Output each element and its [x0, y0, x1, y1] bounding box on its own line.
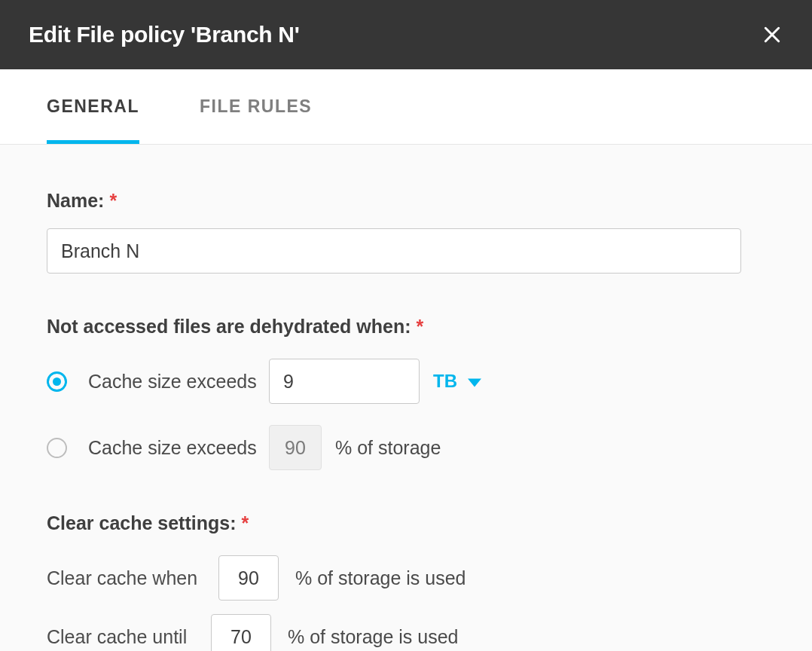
- close-icon[interactable]: [761, 23, 783, 46]
- clear-cache-section: Clear cache settings: * Clear cache when…: [47, 512, 765, 651]
- dehydrate-section: Not accessed files are dehydrated when: …: [47, 316, 765, 470]
- cache-unit-dropdown[interactable]: TB: [433, 371, 481, 392]
- dialog-header: Edit File policy 'Branch N': [0, 0, 812, 69]
- clear-until-label: Clear cache until: [47, 626, 211, 648]
- chevron-down-icon: [468, 371, 481, 392]
- dialog-title: Edit File policy 'Branch N': [29, 22, 300, 47]
- clear-when-row: Clear cache when % of storage is used: [47, 555, 765, 601]
- cache-percent-suffix: % of storage: [335, 437, 441, 459]
- radio-row-percent: Cache size exceeds % of storage: [47, 425, 765, 470]
- radio-cache-percent-label: Cache size exceeds: [88, 437, 269, 459]
- radio-cache-absolute-label: Cache size exceeds: [88, 371, 269, 393]
- cache-absolute-input[interactable]: [269, 359, 420, 404]
- radio-cache-percent[interactable]: [47, 438, 67, 458]
- dialog-content: Name: * Not accessed files are dehydrate…: [0, 145, 812, 651]
- clear-when-input[interactable]: [218, 555, 279, 601]
- name-label: Name: *: [47, 190, 765, 212]
- radio-cache-absolute[interactable]: [47, 371, 67, 392]
- clear-when-label: Clear cache when: [47, 567, 218, 589]
- clear-until-row: Clear cache until % of storage is used: [47, 614, 765, 651]
- clear-when-suffix: % of storage is used: [295, 567, 466, 589]
- name-input[interactable]: [47, 228, 741, 274]
- cache-unit-label: TB: [433, 371, 457, 392]
- name-label-text: Name:: [47, 190, 104, 211]
- cache-percent-input: [269, 425, 322, 470]
- radio-row-absolute: Cache size exceeds TB: [47, 359, 765, 404]
- clear-until-suffix: % of storage is used: [288, 626, 459, 648]
- clear-until-input[interactable]: [211, 614, 271, 651]
- required-asterisk: *: [241, 512, 249, 533]
- tab-file-rules[interactable]: FILE RULES: [200, 69, 312, 144]
- dehydrate-label: Not accessed files are dehydrated when: …: [47, 316, 765, 338]
- required-asterisk: *: [416, 316, 423, 337]
- required-asterisk: *: [109, 190, 117, 211]
- dehydrate-label-text: Not accessed files are dehydrated when:: [47, 316, 411, 337]
- clear-cache-label-text: Clear cache settings:: [47, 512, 237, 533]
- clear-cache-label: Clear cache settings: *: [47, 512, 765, 534]
- tab-bar: GENERAL FILE RULES: [0, 69, 812, 145]
- tab-general[interactable]: GENERAL: [47, 69, 139, 144]
- svg-marker-2: [468, 379, 481, 387]
